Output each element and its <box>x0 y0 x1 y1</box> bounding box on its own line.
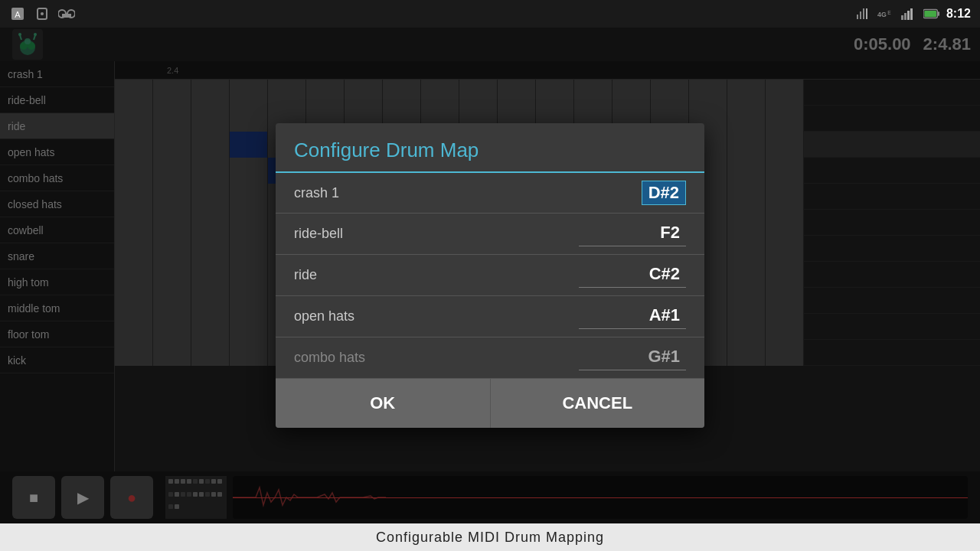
caption-bar: Configurable MIDI Drum Mapping <box>0 523 980 551</box>
dialog-title: Configure Drum Map <box>294 139 686 162</box>
voicemail-icon <box>58 5 75 22</box>
usb-icon <box>34 5 51 22</box>
drum-row-ridebell: ride-bell F2 <box>276 214 704 255</box>
app-area: 0:05.00 2:4.81 crash 1 ride-bell ride op… <box>0 28 980 523</box>
drum-row-name: open hats <box>294 308 579 324</box>
drum-value[interactable]: G#1 <box>642 345 686 368</box>
drum-value[interactable]: D#2 <box>642 181 686 205</box>
dialog-content: crash 1 D#2 ride-bell F2 ride <box>276 173 704 378</box>
dialog-actions: OK CANCEL <box>276 378 704 428</box>
drum-row-name: ride-bell <box>294 226 579 242</box>
drum-row-name: ride <box>294 267 579 283</box>
drum-row-openhats: open hats A#1 <box>276 296 704 337</box>
cancel-button[interactable]: CANCEL <box>491 379 705 428</box>
dialog-header: Configure Drum Map <box>276 123 704 173</box>
drum-value-wrap: D#2 <box>642 181 686 205</box>
status-bar: A 4GE 8:12 <box>0 0 980 28</box>
drum-row-ride: ride C#2 <box>276 255 704 296</box>
drum-underline <box>579 246 686 246</box>
svg-text:A: A <box>15 10 21 19</box>
drum-row-name: crash 1 <box>294 185 642 201</box>
bars-icon <box>900 5 917 22</box>
svg-point-3 <box>41 12 44 15</box>
svg-text:4G: 4G <box>877 11 887 18</box>
svg-text:E: E <box>887 10 891 15</box>
drum-row-combohats: combo hats G#1 <box>276 337 704 378</box>
configure-drum-map-dialog: Configure Drum Map crash 1 D#2 ride-bell… <box>276 123 704 428</box>
drum-row-name: combo hats <box>294 350 579 366</box>
signal-icon <box>854 5 871 22</box>
drum-value-wrap: C#2 <box>579 262 686 288</box>
drum-value[interactable]: F2 <box>654 221 686 244</box>
battery-icon <box>923 5 940 22</box>
status-right-icons: 4GE 8:12 <box>854 5 971 22</box>
ok-button[interactable]: OK <box>276 379 491 428</box>
drum-value-wrap: G#1 <box>579 345 686 370</box>
drum-value-wrap: F2 <box>579 221 686 246</box>
lte-icon: 4GE <box>877 5 894 22</box>
drum-underline <box>579 287 686 288</box>
caption-text: Configurable MIDI Drum Mapping <box>376 530 604 546</box>
svg-rect-6 <box>62 14 71 18</box>
svg-rect-15 <box>907 11 910 20</box>
app-icon: A <box>9 5 26 22</box>
overlay: Configure Drum Map crash 1 D#2 ride-bell… <box>0 28 980 523</box>
drum-row-crash1: crash 1 D#2 <box>276 173 704 214</box>
svg-rect-13 <box>901 15 903 20</box>
drum-underline <box>579 370 686 370</box>
drum-value-wrap: A#1 <box>579 304 686 329</box>
status-time: 8:12 <box>946 7 971 21</box>
svg-rect-19 <box>924 11 936 17</box>
status-left-icons: A <box>9 5 75 22</box>
drum-value[interactable]: A#1 <box>643 304 686 327</box>
svg-rect-14 <box>904 13 906 20</box>
drum-value[interactable]: C#2 <box>643 262 686 285</box>
svg-rect-16 <box>910 8 913 20</box>
svg-rect-18 <box>937 11 939 16</box>
drum-underline <box>579 328 686 329</box>
